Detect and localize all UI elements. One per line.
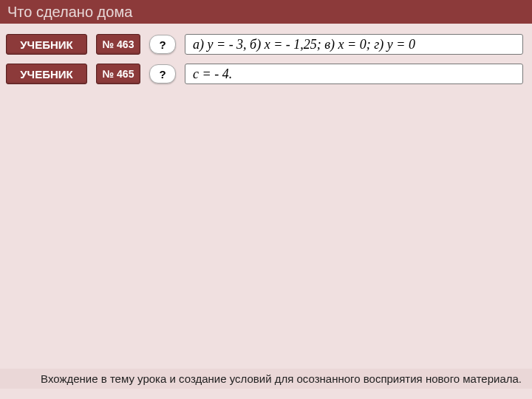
footer-note: Вхождение в тему урока и создание услови… [0,369,532,389]
exercise-row: УЧЕБНИК № 465 ? с = - 4. [6,64,526,84]
question-button[interactable]: ? [149,64,176,83]
textbook-badge: УЧЕБНИК [6,34,87,55]
answer-box: с = - 4. [185,64,523,84]
exercise-number-badge: № 463 [96,34,140,55]
exercise-row: УЧЕБНИК № 463 ? а) у = - 3, б) х = - 1,2… [6,34,526,55]
slide-header: Что сделано дома [0,0,532,24]
slide-title: Что сделано дома [7,4,132,21]
textbook-badge: УЧЕБНИК [6,64,87,84]
answer-box: а) у = - 3, б) х = - 1,25; в) х = 0; г) … [185,34,523,55]
question-button[interactable]: ? [149,35,176,54]
exercise-number-badge: № 465 [96,64,140,84]
footer-text: Вхождение в тему урока и создание услови… [41,372,522,385]
content-area: УЧЕБНИК № 463 ? а) у = - 3, б) х = - 1,2… [0,24,532,84]
